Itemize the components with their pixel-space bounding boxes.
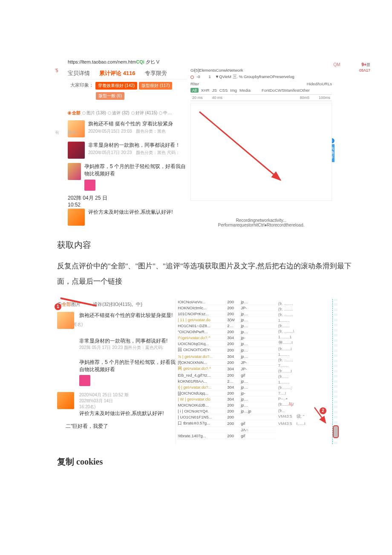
sub-indicator: 05Λ17 xyxy=(359,68,370,73)
filter-rest[interactable]: 追诈(32)扫O(4115)。中} xyxy=(93,302,142,307)
review-item: 孕妈推荐，5 个月的肚子轻松驾驭，好看我自物比视频好看 xyxy=(57,359,176,387)
filter-type[interactable]: FontDoCWSManifestOther xyxy=(262,88,310,93)
review-text: 非常显身材的一款萌泡，同事都说好看! xyxy=(79,337,176,345)
network-row[interactable]: JΛ∩ xyxy=(178,427,276,433)
waterfall-cell: 1........1 xyxy=(278,334,314,340)
network-row[interactable]: !Itbrate.1407g...200gif xyxy=(178,433,276,439)
filter-type[interactable]: CSS xyxy=(219,88,228,93)
record-icon[interactable] xyxy=(190,76,194,79)
network-row[interactable]: [j]OICNOIdUqq...200jp- xyxy=(178,390,276,396)
product-tabs[interactable]: 宝贝详情 累计评论 4116 专享限旁 xyxy=(68,68,187,79)
impression-badge[interactable]: 版型很好 (117) xyxy=(139,82,172,90)
devtools-canvas xyxy=(190,103,332,201)
waterfall-cell: (fr........; xyxy=(278,385,314,390)
devtools-type-row[interactable]: All XHR JS CSS Img Media FontDoCWSManife… xyxy=(190,88,332,93)
review-anon: 有"" 匿名) xyxy=(57,322,176,328)
devtools-timeline: 20 ms 40 ms 80m5 100ms xyxy=(190,94,332,101)
waterfall-cell: VM43:5 I......I xyxy=(278,421,314,427)
filter-type[interactable]: JS xyxy=(212,88,217,93)
section-heading: 复制 cookies xyxy=(57,456,392,468)
network-row[interactable]: HO1CN01∩DZ8...2…jp… xyxy=(178,323,276,329)
review-video-thumb[interactable] xyxy=(79,375,90,386)
review-item: 非常显身材的一款萌泡，同事都说好看! 202阵 05月 17日 20:23 颜邑… xyxy=(57,337,176,354)
waterfall-cell: (fr. ........ xyxy=(278,312,314,317)
filter-mid[interactable]: 中… xyxy=(159,110,172,116)
scrollbar-thumb[interactable] xyxy=(334,426,338,437)
devtools-msg: Recordingnetworkactivity... xyxy=(190,218,332,223)
window-controls[interactable]: QM 9+☰ xyxy=(333,62,370,67)
svg-line-0 xyxy=(199,112,280,180)
waterfall-cell: (fr....... xyxy=(278,323,314,328)
review-video-thumb[interactable] xyxy=(84,180,95,191)
review-meta: 2020年05月17日 20:23 颜色分类：黑色 尺码： xyxy=(88,150,180,156)
waterfall-cell: (fr... xyxy=(278,408,314,413)
review-text: 非常显身材的一款旗袍，同事都说好看！ xyxy=(88,142,180,149)
waterfall-cell: (fr...... xyxy=(278,374,314,379)
network-row[interactable]: ⅞ | getAvatar.do?...304jp… xyxy=(178,354,276,360)
network-row[interactable]: | W | getAvatar.clo304jp… xyxy=(178,396,276,402)
network-row[interactable]: 口 tbrate∧0.57g...200gif xyxy=(178,420,276,427)
review-item: 有 匿名) 旗袍还不错 挺有个性的 穿着比较紧身 2020年05月15日 23:… xyxy=(68,120,187,137)
devtools-panel[interactable]: Gi[5]ElementsConwkNetwork -0 1 ▼QVieM 三.… xyxy=(187,68,332,227)
annotation-arrow xyxy=(314,407,331,429)
network-row[interactable]: [f]OKNOIXNiN...200JP- xyxy=(178,360,276,366)
filter-type[interactable]: Img xyxy=(230,88,237,93)
review-item: 2020¾04月 25日 10:52 斯 202ttt%03月 14日 16:2… xyxy=(57,392,176,417)
impression-row: 大家印象： 穿着效果很好 (142) 版型很好 (117) xyxy=(68,79,187,90)
network-row[interactable]: "OICNOIhPwR...200jp… xyxy=(178,329,276,335)
devtools-tabs[interactable]: Gi[5]ElementsConwkNetwork xyxy=(190,68,332,73)
impression-badge[interactable]: 穿着效果很好 (142) xyxy=(95,82,137,90)
waterfall-cell: 1........ xyxy=(278,317,314,323)
impression-badge[interactable]: 版型一般 (6) xyxy=(96,92,124,100)
address-bar[interactable]: https://ltem.taobao.com/nem.htmCQi 夕匕 V xyxy=(68,59,332,65)
network-row[interactable]: | UO1CN01F1N5...200 xyxy=(178,414,276,420)
review-text: 旗袍还不错 挺有个性的 穿着比较紧身 xyxy=(88,120,173,128)
product-panel: 1 ⑤全部图片 追诈(32)扫O(4115)。中} 旗袍还不错挺有个性的穿着比较… xyxy=(57,299,176,444)
waterfall-cell: 1........ xyxy=(278,379,314,385)
network-row[interactable]: I½getAvatar.do?.^304jp- xyxy=(178,335,276,341)
section-heading: 获取内容 xyxy=(57,239,392,251)
filter-append[interactable]: 追评 (32) xyxy=(108,110,130,116)
network-row[interactable]: IOICNoIAeVu...200jp… xyxy=(178,299,276,305)
impression-label: 大家印象： xyxy=(70,82,94,90)
waterfall-cell: P--.-• xyxy=(278,396,314,401)
network-row[interactable]: HOKNOIctmlc...200JP- xyxy=(178,305,276,311)
filter-type[interactable]: Media xyxy=(239,88,251,93)
review-thumb xyxy=(57,392,74,409)
review-meta: 202阵 04月 25 日 10:52 xyxy=(68,195,187,208)
filter-type[interactable]: XHR xyxy=(201,88,210,93)
network-row[interactable]: 回 OICNOITCrEY-200jp… xyxy=(178,347,276,354)
waterfall-cell: (fr. ........\ xyxy=(278,328,314,334)
filter-type-all[interactable]: All xyxy=(190,88,199,93)
network-row[interactable]: | 11 | getAvatar.do3(Wjp… xyxy=(178,317,276,323)
network-row[interactable]: | i | OICNoIcYQ4.200jp…jp xyxy=(178,408,276,414)
filter-pic[interactable]: 图片 (138) xyxy=(82,110,106,116)
review-text: 评价方未及时做出评价,系统默认好评! xyxy=(79,410,176,417)
filter-good[interactable]: 好评 (4115) xyxy=(131,110,158,116)
network-row[interactable]: UOICNOIqOXq...200jp… xyxy=(178,341,276,347)
tab-detail[interactable]: 宝贝详情 xyxy=(68,70,90,77)
waterfall-cell: (fr. ........ xyxy=(278,357,314,363)
network-table[interactable]: IOICNoIAeVu...200jp…HOKNOIctmlc...200JP-… xyxy=(176,299,277,444)
devtools-filter-row[interactable]: Rlter Hided/toURLs xyxy=(190,81,332,86)
review-text: 旗袍还不错挺有个性的穿着比较蹵身挺显! xyxy=(79,312,176,319)
network-row[interactable]: EIb_red_4,gif?tz...200gif xyxy=(178,372,276,378)
network-row[interactable]: kOKN01R8AA...2…jp… xyxy=(178,378,276,384)
tab-exclusive[interactable]: 专享限旁 xyxy=(145,70,167,77)
tab-reviews[interactable]: 累计评论 4116 xyxy=(99,70,135,77)
devtools-toolbar[interactable]: -0 1 ▼QVieM 三. % GroupbyframeOPreservelo… xyxy=(190,74,332,80)
review-item: 孕妈推荐，5 个月的肚子轻松驾驭，好看我自物比视频好看 xyxy=(68,163,187,192)
waterfall-cell: (fr........i xyxy=(278,346,314,352)
review-meta: 202阵 05月 17日 20:23 颜邑分类：案色尺码: xyxy=(79,345,176,351)
network-row[interactable]: 101CNOIPrKsz...200jp… xyxy=(178,311,276,317)
waterfall-cell: (fr......与/ xyxy=(278,401,314,408)
body-paragraph: 反复点评价中的"全部"、"图片"、"追评"等选项获取图片及文字,然后把右边的滚动… xyxy=(57,259,354,290)
network-row[interactable]: MOICNOIKdJB...200jp… xyxy=(178,402,276,408)
filter-all[interactable]: 全部 xyxy=(68,110,81,116)
review-thumb xyxy=(68,163,81,180)
network-row[interactable]: 网 getAvatar.do?.^304JP- xyxy=(178,366,276,372)
network-row[interactable]: I[·| getAvatar.do?...304jp… xyxy=(178,384,276,390)
waterfall-cell: (fr. ........ xyxy=(278,306,314,312)
review-filters[interactable]: 全部 图片 (138) 追评 (32) 好评 (4115) 中… xyxy=(68,110,187,116)
waterfall-cell: 1........ xyxy=(278,352,314,357)
